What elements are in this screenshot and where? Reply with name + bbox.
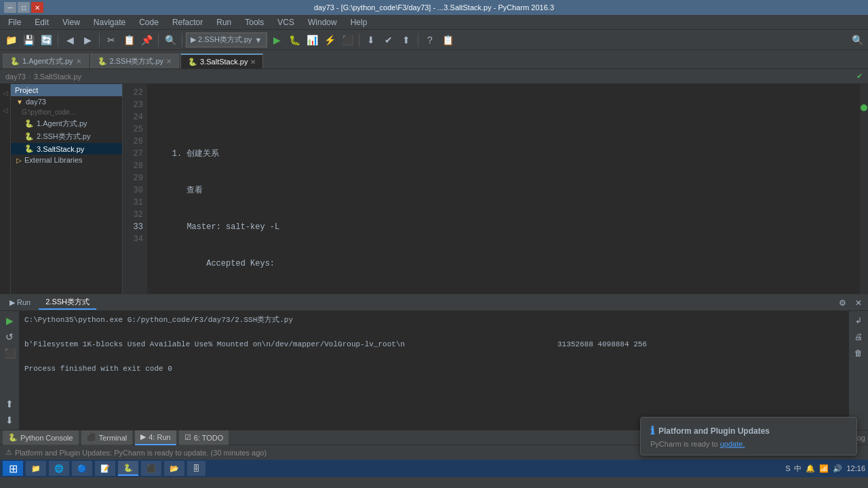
run-stop-btn[interactable]: ⬛	[3, 346, 16, 360]
maximize-button[interactable]: □	[18, 2, 30, 13]
run-play-btn[interactable]: ▶	[3, 314, 16, 327]
notification-update-link[interactable]: update.	[720, 440, 745, 448]
stop-button[interactable]: ⬛	[339, 32, 355, 48]
toolbar-cut-btn[interactable]: ✂	[103, 32, 119, 48]
breadcrumb-day73[interactable]: day73	[5, 73, 26, 81]
taskbar-pycharm-btn[interactable]: 🐍	[118, 461, 138, 476]
event-log-btn[interactable]: 📋	[439, 32, 456, 48]
vcs-commit-btn[interactable]: ✔	[380, 32, 397, 48]
status-icon: ⚠	[5, 448, 12, 457]
coverage-button[interactable]: 📊	[304, 32, 320, 48]
run-close-btn[interactable]: ✕	[852, 296, 865, 310]
taskbar-cmd-btn[interactable]: ⬛	[141, 461, 161, 476]
run-sidebar-buttons: ▶ ↺ ⬛ ⬆ ⬇	[0, 311, 19, 430]
taskbar-word-btn[interactable]: 📝	[95, 461, 115, 476]
code-editor[interactable]: 1. 创建关系 查看 Master: salt-key -L Accepted …	[147, 84, 860, 294]
sidebar-external-libs[interactable]: ▷ External Libraries	[11, 155, 122, 165]
sidebar-day73-label: day73	[26, 98, 46, 106]
run-output-line-4	[24, 350, 844, 363]
taskbar-sound-icon[interactable]: 🔊	[833, 464, 842, 473]
toolbar-project-btn[interactable]: 📁	[3, 32, 19, 48]
tab-ssh-close[interactable]: ✕	[166, 58, 172, 65]
start-button[interactable]: ⊞	[3, 461, 23, 476]
taskbar-chrome-btn[interactable]: 🔵	[72, 461, 92, 476]
taskbar-lang-icon[interactable]: 中	[794, 464, 802, 474]
menu-file[interactable]: File	[3, 16, 26, 28]
minimize-button[interactable]: ─	[4, 2, 16, 13]
menu-help[interactable]: Help	[345, 16, 373, 28]
tab-ssh[interactable]: 🐍 2.SSH类方式.py ✕	[90, 54, 179, 68]
toolbar-paste-btn[interactable]: 📌	[138, 32, 155, 48]
code-line-23: 1. 创建关系	[153, 148, 854, 160]
help-button[interactable]: ?	[422, 32, 438, 48]
run-output-line-3: b'Filesystem 1K-blocks Used Available Us…	[24, 338, 844, 350]
run-output-line-1: C:\Python35\python.exe G:/python_code/F3…	[24, 314, 844, 326]
taskbar-notification-icon[interactable]: 🔔	[806, 464, 815, 473]
sidebar-salt-label: 3.SaltStack.py	[37, 145, 84, 153]
menu-window[interactable]: Window	[302, 16, 342, 28]
tab-saltstack[interactable]: 🐍 3.SaltStack.py ✕	[180, 54, 263, 68]
notification-info-icon: ℹ	[650, 424, 654, 437]
tab-saltstack-icon: 🐍	[188, 58, 197, 66]
close-button[interactable]: ✕	[31, 2, 43, 13]
right-gutter	[860, 84, 868, 294]
line-num-28: 28	[127, 160, 143, 172]
taskbar-db-btn[interactable]: 🗄	[187, 461, 205, 476]
tab-ssh-icon: 🐍	[98, 57, 107, 66]
vcs-update-btn[interactable]: ⬇	[363, 32, 379, 48]
taskbar-time: 12:16	[846, 464, 865, 472]
toolbar-save-btn[interactable]: 💾	[20, 32, 37, 48]
run-scroll-end-btn[interactable]: ⬇	[3, 413, 16, 427]
menu-run[interactable]: Run	[211, 16, 237, 28]
bottom-tab-todo[interactable]: ☑ 6: TODO	[179, 430, 229, 445]
taskbar-files-btn[interactable]: 📂	[164, 461, 184, 476]
editor-area[interactable]: 22 23 24 25 26 27 28 29 30 31 32 33 34 1…	[123, 84, 868, 294]
breadcrumb-sep: ›	[28, 73, 31, 81]
profile-button[interactable]: ⚡	[321, 32, 338, 48]
sidebar-item-ssh[interactable]: 🐍 2.SSH类方式.py	[11, 130, 122, 143]
menu-code[interactable]: Code	[134, 16, 164, 28]
line-num-32: 32	[127, 209, 143, 221]
bottom-tab-python-console[interactable]: 🐍 Python Console	[3, 430, 79, 445]
run-button[interactable]: ▶	[269, 32, 285, 48]
toolbar-forward-btn[interactable]: ▶	[79, 32, 96, 48]
left-icon-1[interactable]: ◁	[1, 87, 9, 100]
bottom-tab-run[interactable]: ▶ 4: Run	[135, 430, 176, 445]
menu-view[interactable]: View	[57, 16, 85, 28]
taskbar-browser-btn[interactable]: 🌐	[49, 461, 69, 476]
sidebar-tree-item-day73[interactable]: ▼ day73	[11, 96, 122, 107]
run-wrap-btn[interactable]: ↲	[852, 314, 865, 327]
toolbar-find-btn[interactable]: 🔍	[162, 32, 178, 48]
taskbar-explorer-btn[interactable]: 📁	[26, 461, 46, 476]
sidebar-item-saltstack[interactable]: 🐍 3.SaltStack.py	[11, 143, 122, 155]
run-rerun-btn[interactable]: ↺	[3, 330, 16, 344]
vcs-push-btn[interactable]: ⬆	[398, 32, 414, 48]
toolbar-back-btn[interactable]: ◀	[62, 32, 78, 48]
toolbar-copy-btn[interactable]: 📋	[121, 32, 137, 48]
left-icon-2[interactable]: ◁	[1, 104, 9, 117]
run-config-dropdown[interactable]: ▶ 2.SSH类方式.py ▼	[186, 33, 267, 47]
run-settings-btn[interactable]: ⚙	[835, 296, 849, 310]
run-tab-run[interactable]: ▶ Run	[3, 297, 37, 308]
run-scroll-top-btn[interactable]: ⬆	[3, 397, 16, 411]
menu-edit[interactable]: Edit	[29, 16, 54, 28]
search-everywhere-btn[interactable]: 🔍	[849, 32, 865, 48]
breadcrumb-file[interactable]: 3.SaltStack.py	[34, 73, 81, 81]
run-print-btn[interactable]: 🖨	[852, 330, 865, 344]
tab-agent-close[interactable]: ✕	[76, 58, 81, 65]
sidebar-item-agent[interactable]: 🐍 1.Agent方式.py	[11, 117, 122, 130]
run-tab-ssh[interactable]: 2.SSH类方式	[39, 296, 96, 310]
bottom-tab-terminal[interactable]: ⬛ Terminal	[81, 430, 133, 445]
menu-navigate[interactable]: Navigate	[88, 16, 131, 28]
menu-tools[interactable]: Tools	[239, 16, 269, 28]
sidebar-ext-icon: ▷	[16, 157, 22, 164]
taskbar: ⊞ 📁 🌐 🔵 📝 🐍 ⬛ 📂 🗄 S 中 🔔 📶 🔊 12:16	[0, 460, 868, 477]
taskbar-network-icon[interactable]: 📶	[819, 464, 829, 473]
tab-saltstack-close[interactable]: ✕	[250, 58, 256, 66]
run-clear-btn[interactable]: 🗑	[852, 346, 865, 360]
debug-button[interactable]: 🐛	[286, 32, 302, 48]
menu-vcs[interactable]: VCS	[272, 16, 300, 28]
tab-agent[interactable]: 🐍 1.Agent方式.py ✕	[3, 54, 89, 68]
toolbar-sync-btn[interactable]: 🔄	[38, 32, 54, 48]
menu-refactor[interactable]: Refactor	[167, 16, 208, 28]
